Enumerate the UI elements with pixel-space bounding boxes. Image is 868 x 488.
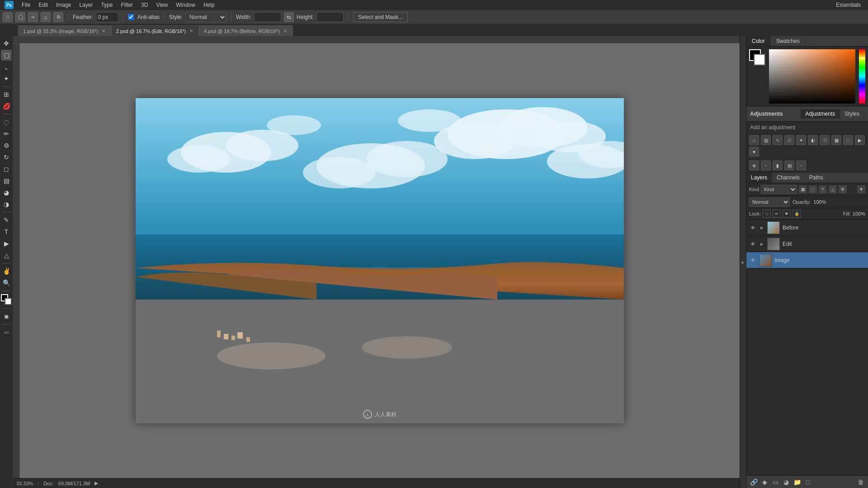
vibrance-icon[interactable]: ✦ bbox=[796, 135, 806, 145]
background-color-swatch[interactable] bbox=[754, 54, 765, 66]
canvas-inner[interactable]: 人 人人素材 bbox=[20, 43, 740, 478]
add-link-icon[interactable]: 🔗 bbox=[749, 478, 758, 487]
select-mask-button[interactable]: Select and Mask... bbox=[353, 12, 408, 22]
layer-filter-smart[interactable]: ⚙ bbox=[839, 185, 847, 193]
stamp-tool[interactable]: ⚙ bbox=[1, 140, 12, 151]
layer-item-before[interactable]: 👁 ▶ Before bbox=[746, 220, 868, 236]
lock-transparent-btn[interactable]: □ bbox=[763, 210, 771, 218]
tool-option-lasso[interactable]: ∞ bbox=[28, 12, 38, 22]
pen-tool[interactable]: ✎ bbox=[1, 215, 12, 225]
crop-tool[interactable]: ⊞ bbox=[1, 89, 12, 100]
menu-3d[interactable]: 3D bbox=[137, 1, 151, 9]
photo-filter-icon[interactable]: ◌ bbox=[843, 135, 853, 145]
lock-all-btn[interactable]: 🔒 bbox=[793, 210, 801, 218]
menu-edit[interactable]: Edit bbox=[35, 1, 52, 9]
feather-input[interactable] bbox=[96, 12, 118, 22]
tab-color[interactable]: Color bbox=[746, 36, 771, 46]
right-panel-collapse[interactable]: ► bbox=[740, 36, 746, 488]
layer-filter-type[interactable]: T bbox=[819, 185, 827, 193]
add-fill-icon[interactable]: ◕ bbox=[782, 478, 791, 487]
add-style-icon[interactable]: ◆ bbox=[760, 478, 769, 487]
zoom-tool[interactable]: 🔍 bbox=[1, 277, 12, 288]
history-brush-tool[interactable]: ↻ bbox=[1, 152, 12, 163]
anti-alias-checkbox[interactable] bbox=[128, 14, 134, 20]
lock-position-btn[interactable]: ✥ bbox=[783, 210, 791, 218]
tool-option-poly[interactable]: △ bbox=[41, 12, 51, 22]
delete-layer-icon[interactable]: 🗑 bbox=[856, 478, 865, 487]
layer-visibility-image[interactable]: 👁 bbox=[749, 257, 756, 264]
selective-color-icon[interactable]: ▫ bbox=[796, 160, 806, 170]
menu-layer[interactable]: Layer bbox=[75, 1, 96, 9]
move-tool[interactable]: ✥ bbox=[1, 38, 12, 49]
blend-mode-select[interactable]: Normal Multiply Screen Overlay bbox=[749, 197, 790, 206]
gradient-tool[interactable]: ▤ bbox=[1, 175, 12, 186]
add-group-icon[interactable]: 📁 bbox=[793, 478, 802, 487]
add-mask-icon[interactable]: ▭ bbox=[771, 478, 780, 487]
fg-bg-color-selector[interactable] bbox=[749, 49, 765, 66]
curves-icon[interactable]: ∿ bbox=[773, 135, 783, 145]
hand-tool[interactable]: ✌ bbox=[1, 266, 12, 277]
essentials-label[interactable]: Essentials bbox=[832, 1, 864, 9]
color-lookup-icon[interactable]: ▼ bbox=[749, 147, 759, 157]
eyedropper-tool[interactable]: 💋 bbox=[1, 101, 12, 112]
screen-mode-toggle[interactable]: ▭ bbox=[1, 327, 12, 338]
tab-channels[interactable]: Channels bbox=[772, 173, 805, 183]
lasso-tool[interactable]: ⌞ bbox=[1, 61, 12, 72]
add-layer-icon[interactable]: □ bbox=[803, 478, 812, 487]
menu-filter[interactable]: Filter bbox=[117, 1, 137, 9]
posterize-icon[interactable]: ▫ bbox=[761, 160, 771, 170]
layer-filter-toggle[interactable]: ▼ bbox=[857, 185, 865, 193]
brightness-contrast-icon[interactable]: ☼ bbox=[749, 135, 759, 145]
exposure-icon[interactable]: ⚝ bbox=[784, 135, 794, 145]
path-select-tool[interactable]: ▶ bbox=[1, 238, 12, 249]
quick-select-tool[interactable]: ✦ bbox=[1, 73, 12, 84]
quick-mask-toggle[interactable]: ▣ bbox=[1, 311, 12, 322]
layer-visibility-before[interactable]: 👁 bbox=[749, 224, 756, 231]
hue-bar[interactable] bbox=[859, 49, 865, 103]
eraser-tool[interactable]: ◻ bbox=[1, 164, 12, 174]
adj-tab-adjustments[interactable]: Adjustments bbox=[801, 109, 840, 118]
menu-help[interactable]: Help bbox=[200, 1, 218, 9]
layer-filter-shape[interactable]: △ bbox=[829, 185, 837, 193]
height-input[interactable] bbox=[316, 12, 344, 22]
tool-option-rect[interactable]: □ bbox=[3, 12, 13, 22]
menu-image[interactable]: Image bbox=[52, 1, 75, 9]
status-arrow[interactable]: ▶ bbox=[94, 480, 98, 486]
document-tab-2[interactable]: 2.psd @ 16.7% (Edit, RGB/16*) ✕ bbox=[111, 25, 199, 36]
menu-type[interactable]: Type bbox=[97, 1, 116, 9]
invert-icon[interactable]: ⊕ bbox=[749, 160, 759, 170]
width-input[interactable] bbox=[254, 12, 281, 22]
tab-swatches[interactable]: Swatches bbox=[771, 36, 806, 46]
opacity-value[interactable]: 100% bbox=[813, 199, 829, 205]
foreground-color[interactable] bbox=[1, 294, 12, 305]
layer-item-edit[interactable]: 👁 ▶ Edit bbox=[746, 236, 868, 252]
shape-tool[interactable]: △ bbox=[1, 250, 12, 261]
black-white-icon[interactable]: ▦ bbox=[831, 135, 841, 145]
menu-view[interactable]: View bbox=[152, 1, 171, 9]
healing-brush-tool[interactable]: ◌ bbox=[1, 117, 12, 127]
levels-icon[interactable]: ▤ bbox=[761, 135, 771, 145]
marquee-tool[interactable]: ▢ bbox=[1, 50, 12, 61]
brush-tool[interactable]: ✏ bbox=[1, 128, 12, 139]
document-tab-1[interactable]: 1.psd @ 33.3% (Image, RGB/16*) ✕ bbox=[18, 25, 111, 36]
menu-file[interactable]: File bbox=[18, 1, 34, 9]
tool-option-settings[interactable]: ⚙ bbox=[53, 12, 63, 22]
layer-item-image[interactable]: 👁 Image bbox=[746, 252, 868, 268]
color-balance-icon[interactable]: ☉ bbox=[820, 135, 830, 145]
hue-saturation-icon[interactable]: ◐ bbox=[808, 135, 818, 145]
layer-expand-before[interactable]: ▶ bbox=[759, 225, 764, 230]
threshold-icon[interactable]: ▮ bbox=[773, 160, 783, 170]
type-tool[interactable]: T bbox=[1, 226, 12, 237]
tool-option-ellipse[interactable]: ◯ bbox=[15, 12, 25, 22]
style-select[interactable]: Normal Fixed Ratio Fixed Size bbox=[185, 12, 226, 22]
layer-visibility-edit[interactable]: 👁 bbox=[749, 240, 756, 248]
layer-filter-pixel[interactable]: ▦ bbox=[799, 185, 807, 193]
gradient-map-icon[interactable]: ▤ bbox=[784, 160, 794, 170]
tab-1-close[interactable]: ✕ bbox=[101, 28, 106, 34]
lock-pixels-btn[interactable]: ✏ bbox=[773, 210, 781, 218]
tab-3-close[interactable]: ✕ bbox=[283, 28, 288, 34]
blur-tool[interactable]: ◕ bbox=[1, 187, 12, 198]
fill-value[interactable]: 100% bbox=[853, 211, 865, 216]
dodge-tool[interactable]: ◑ bbox=[1, 199, 12, 210]
layer-expand-edit[interactable]: ▶ bbox=[759, 241, 764, 247]
